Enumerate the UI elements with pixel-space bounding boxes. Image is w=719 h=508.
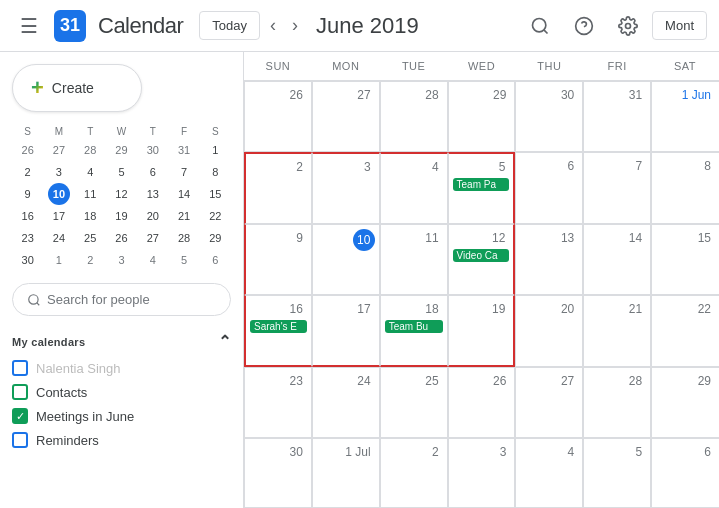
my-calendars-header[interactable]: My calendars ⌃ (12, 328, 231, 355)
mini-cal-day[interactable]: 17 (48, 205, 70, 227)
mini-cal-day[interactable]: 15 (204, 183, 226, 205)
calendar-cell[interactable]: 2 (380, 438, 448, 508)
calendar-cell[interactable]: 11 (380, 224, 448, 295)
mini-cal-day[interactable]: 4 (142, 249, 164, 271)
calendar-cell[interactable]: 4 (380, 152, 448, 223)
calendar-cell[interactable]: 10 (312, 224, 380, 295)
calendar-cell[interactable]: 20 (515, 295, 583, 366)
calendar-cell[interactable]: 6 (651, 438, 719, 508)
calendar-cell[interactable]: 5Team Pa (448, 152, 516, 223)
calendar-cell[interactable]: 24 (312, 367, 380, 438)
calendar-cell[interactable]: 3 (312, 152, 380, 223)
mini-cal-day[interactable]: 3 (110, 249, 132, 271)
calendar-checkbox-meetings[interactable]: ✓ (12, 408, 28, 424)
mini-cal-day[interactable]: 2 (79, 249, 101, 271)
calendar-cell[interactable]: 12Video Ca (448, 224, 516, 295)
calendar-cell[interactable]: 23 (244, 367, 312, 438)
calendar-cell[interactable]: 30 (515, 81, 583, 152)
calendar-cell[interactable]: 2 (244, 152, 312, 223)
calendar-cell[interactable]: 3 (448, 438, 516, 508)
calendar-item-meetings[interactable]: ✓ Meetings in June (12, 405, 231, 427)
mini-cal-day[interactable]: 6 (142, 161, 164, 183)
mini-cal-day[interactable]: 29 (204, 227, 226, 249)
mini-cal-day[interactable]: 21 (173, 205, 195, 227)
calendar-checkbox-nalentia[interactable] (12, 360, 28, 376)
calendar-cell[interactable]: 15 (651, 224, 719, 295)
calendar-cell[interactable]: 14 (583, 224, 651, 295)
calendar-cell[interactable]: 13 (515, 224, 583, 295)
mini-cal-day[interactable]: 27 (48, 139, 70, 161)
mini-cal-day[interactable]: 12 (110, 183, 132, 205)
mini-cal-day[interactable]: 26 (110, 227, 132, 249)
mini-cal-day[interactable]: 9 (17, 183, 39, 205)
mini-cal-day[interactable]: 31 (173, 139, 195, 161)
mini-cal-day[interactable]: 1 (204, 139, 226, 161)
mini-cal-day[interactable]: 7 (173, 161, 195, 183)
calendar-cell[interactable]: 25 (380, 367, 448, 438)
mini-cal-day[interactable]: 16 (17, 205, 39, 227)
calendar-item-nalentia[interactable]: Nalentia Singh (12, 357, 231, 379)
prev-month-button[interactable]: ‹ (264, 9, 282, 42)
calendar-cell[interactable]: 1 Jul (312, 438, 380, 508)
mini-cal-day[interactable]: 3 (48, 161, 70, 183)
calendar-cell[interactable]: 31 (583, 81, 651, 152)
calendar-cell[interactable]: 21 (583, 295, 651, 366)
mini-cal-day[interactable]: 20 (142, 205, 164, 227)
calendar-item-reminders[interactable]: Reminders (12, 429, 231, 451)
today-button[interactable]: Today (199, 11, 260, 40)
calendar-cell[interactable]: 1 Jun (651, 81, 719, 152)
settings-button[interactable] (608, 6, 648, 46)
mini-cal-day[interactable]: 28 (173, 227, 195, 249)
event-chip[interactable]: Team Bu (385, 320, 443, 333)
view-button[interactable]: Mont (652, 11, 707, 40)
mini-cal-day[interactable]: 5 (173, 249, 195, 271)
calendar-cell[interactable]: 26 (448, 367, 516, 438)
mini-cal-day[interactable]: 1 (48, 249, 70, 271)
mini-cal-day[interactable]: 28 (79, 139, 101, 161)
mini-cal-day[interactable]: 13 (142, 183, 164, 205)
mini-cal-day[interactable]: 25 (79, 227, 101, 249)
mini-cal-day[interactable]: 8 (204, 161, 226, 183)
calendar-cell[interactable]: 28 (380, 81, 448, 152)
mini-cal-day[interactable]: 19 (110, 205, 132, 227)
calendar-cell[interactable]: 6 (515, 152, 583, 223)
mini-cal-day[interactable]: 10 (48, 183, 70, 205)
mini-cal-day[interactable]: 29 (110, 139, 132, 161)
mini-cal-day[interactable]: 23 (17, 227, 39, 249)
calendar-cell[interactable]: 9 (244, 224, 312, 295)
mini-cal-day[interactable]: 30 (142, 139, 164, 161)
calendar-cell[interactable]: 29 (448, 81, 516, 152)
event-chip[interactable]: Sarah's E (250, 320, 307, 333)
menu-icon[interactable]: ☰ (12, 6, 46, 46)
mini-cal-day[interactable]: 11 (79, 183, 101, 205)
mini-cal-day[interactable]: 4 (79, 161, 101, 183)
event-chip[interactable]: Video Ca (453, 249, 510, 262)
calendar-cell[interactable]: 16Sarah's E (244, 295, 312, 366)
calendar-checkbox-reminders[interactable] (12, 432, 28, 448)
calendar-cell[interactable]: 30 (244, 438, 312, 508)
calendar-cell[interactable]: 18Team Bu (380, 295, 448, 366)
mini-cal-day[interactable]: 5 (110, 161, 132, 183)
calendar-cell[interactable]: 7 (583, 152, 651, 223)
mini-cal-day[interactable]: 30 (17, 249, 39, 271)
calendar-cell[interactable]: 19 (448, 295, 516, 366)
calendar-cell[interactable]: 27 (312, 81, 380, 152)
calendar-checkbox-contacts[interactable] (12, 384, 28, 400)
calendar-cell[interactable]: 27 (515, 367, 583, 438)
mini-cal-day[interactable]: 6 (204, 249, 226, 271)
mini-cal-day[interactable]: 18 (79, 205, 101, 227)
mini-cal-day[interactable]: 2 (17, 161, 39, 183)
calendar-cell[interactable]: 4 (515, 438, 583, 508)
mini-cal-day[interactable]: 14 (173, 183, 195, 205)
calendar-cell[interactable]: 28 (583, 367, 651, 438)
search-button[interactable] (520, 6, 560, 46)
calendar-cell[interactable]: 17 (312, 295, 380, 366)
next-month-button[interactable]: › (286, 9, 304, 42)
help-button[interactable] (564, 6, 604, 46)
mini-cal-day[interactable]: 26 (17, 139, 39, 161)
calendar-cell[interactable]: 8 (651, 152, 719, 223)
calendar-item-contacts[interactable]: Contacts (12, 381, 231, 403)
event-chip[interactable]: Team Pa (453, 178, 510, 191)
calendar-cell[interactable]: 5 (583, 438, 651, 508)
mini-cal-day[interactable]: 27 (142, 227, 164, 249)
